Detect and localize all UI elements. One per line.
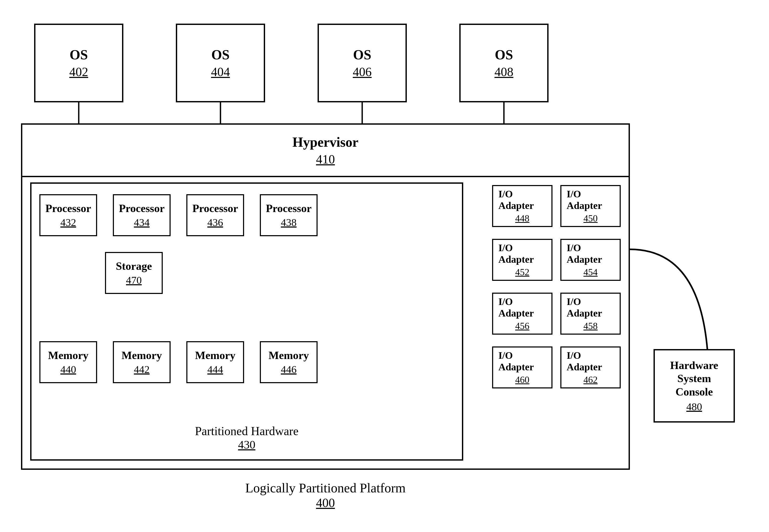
os-row: OS 402 OS 404 OS 406 OS 408 [34, 24, 612, 102]
io-number-452: 452 [515, 267, 529, 278]
io-box-452: I/O Adapter 452 [492, 239, 552, 281]
hypervisor-section: Hypervisor 410 [22, 125, 629, 177]
processor-row: Processor 432 Processor 434 Processor 43… [39, 194, 318, 236]
io-label-452: I/O Adapter [498, 242, 546, 265]
io-label-460: I/O Adapter [498, 350, 546, 373]
io-box-456: I/O Adapter 456 [492, 293, 552, 335]
memory-box-440: Memory 440 [39, 341, 97, 383]
io-box-454: I/O Adapter 454 [560, 239, 621, 281]
io-box-458: I/O Adapter 458 [560, 293, 621, 335]
os-label-406: OS [353, 47, 371, 62]
mem-label-440: Memory [48, 349, 88, 362]
os-label-402: OS [70, 47, 88, 62]
io-number-458: 458 [583, 320, 598, 331]
io-number-456: 456 [515, 320, 529, 331]
io-number-450: 450 [583, 213, 598, 224]
proc-number-438: 438 [281, 216, 297, 229]
proc-number-434: 434 [134, 216, 150, 229]
os-label-404: OS [211, 47, 229, 62]
hw-console-label: HardwareSystemConsole [670, 359, 718, 398]
io-box-450: I/O Adapter 450 [560, 185, 621, 227]
io-label-462: I/O Adapter [567, 350, 614, 373]
io-box-460: I/O Adapter 460 [492, 346, 552, 388]
processor-box-436: Processor 436 [186, 194, 244, 236]
mem-number-446: 446 [281, 363, 297, 376]
hypervisor-label: Hypervisor [292, 134, 358, 150]
mem-label-442: Memory [122, 349, 162, 362]
os-box-408: OS 408 [459, 24, 549, 102]
proc-label-436: Processor [192, 202, 238, 215]
memory-row: Memory 440 Memory 442 Memory 444 Memory … [39, 341, 318, 383]
partitioned-hw-label-area: Partitioned Hardware 430 [31, 424, 462, 451]
mem-label-446: Memory [268, 349, 309, 362]
proc-label-438: Processor [266, 202, 312, 215]
os-box-404: OS 404 [176, 24, 265, 102]
processor-box-434: Processor 434 [113, 194, 171, 236]
proc-number-436: 436 [207, 216, 223, 229]
hw-console-number: 480 [686, 401, 702, 413]
memory-box-446: Memory 446 [260, 341, 318, 383]
os-label-408: OS [495, 47, 513, 62]
platform-label-area: Logically Partitioned Platform 400 [21, 480, 630, 510]
os-number-408: 408 [494, 65, 513, 79]
mem-label-444: Memory [195, 349, 235, 362]
partitioned-hw-number: 430 [31, 438, 462, 451]
io-label-456: I/O Adapter [498, 296, 546, 319]
memory-box-442: Memory 442 [113, 341, 171, 383]
io-label-448: I/O Adapter [498, 188, 546, 211]
io-label-450: I/O Adapter [567, 188, 614, 211]
mem-number-442: 442 [134, 363, 150, 376]
storage-label: Storage [116, 260, 152, 272]
platform-label: Logically Partitioned Platform [21, 480, 630, 496]
io-number-460: 460 [515, 374, 529, 385]
os-box-406: OS 406 [318, 24, 407, 102]
processor-box-432: Processor 432 [39, 194, 97, 236]
proc-label-432: Processor [45, 202, 91, 215]
diagram-container: OS 402 OS 404 OS 406 OS 408 Hyperv [13, 13, 756, 512]
io-number-454: 454 [583, 267, 598, 278]
mem-number-440: 440 [60, 363, 76, 376]
storage-box: Storage 470 [105, 252, 163, 294]
hypervisor-number: 410 [316, 152, 335, 166]
os-number-402: 402 [69, 65, 88, 79]
proc-number-432: 432 [60, 216, 76, 229]
processor-box-438: Processor 438 [260, 194, 318, 236]
storage-number: 470 [126, 274, 142, 286]
io-adapter-grid: I/O Adapter 448 I/O Adapter 450 I/O Adap… [492, 185, 621, 392]
os-number-404: 404 [211, 65, 230, 79]
io-label-454: I/O Adapter [567, 242, 614, 265]
os-box-402: OS 402 [34, 24, 123, 102]
io-label-458: I/O Adapter [567, 296, 614, 319]
platform-number: 400 [21, 496, 630, 510]
partitioned-hw-label: Partitioned Hardware [31, 424, 462, 438]
io-number-448: 448 [515, 213, 529, 224]
partitioned-hardware-box: Processor 432 Processor 434 Processor 43… [30, 182, 463, 461]
io-box-462: I/O Adapter 462 [560, 346, 621, 388]
io-box-448: I/O Adapter 448 [492, 185, 552, 227]
os-number-406: 406 [353, 65, 372, 79]
hw-console-box: HardwareSystemConsole 480 [654, 349, 735, 423]
mem-number-444: 444 [207, 363, 223, 376]
io-number-462: 462 [583, 374, 598, 385]
platform-outer: Hypervisor 410 Processor 432 Processor 4… [21, 123, 630, 470]
proc-label-434: Processor [119, 202, 165, 215]
memory-box-444: Memory 444 [186, 341, 244, 383]
